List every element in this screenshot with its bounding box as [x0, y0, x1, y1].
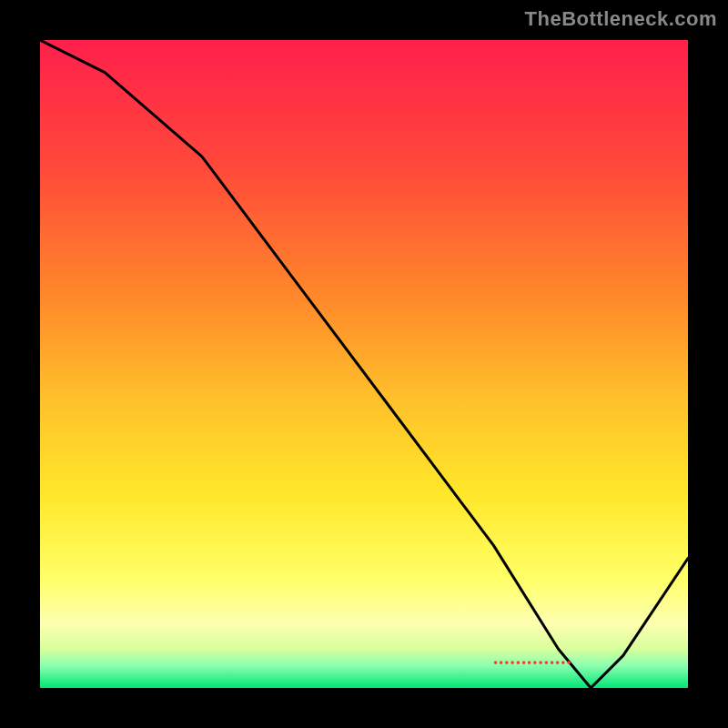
plot-area: •••••••••••••• — [36, 36, 692, 692]
marker-label: •••••••••••••• — [493, 656, 572, 669]
chart-wrap: TheBottleneck.com •••••••••••••• — [0, 0, 728, 728]
data-curve — [40, 40, 688, 688]
watermark-text: TheBottleneck.com — [525, 7, 717, 31]
